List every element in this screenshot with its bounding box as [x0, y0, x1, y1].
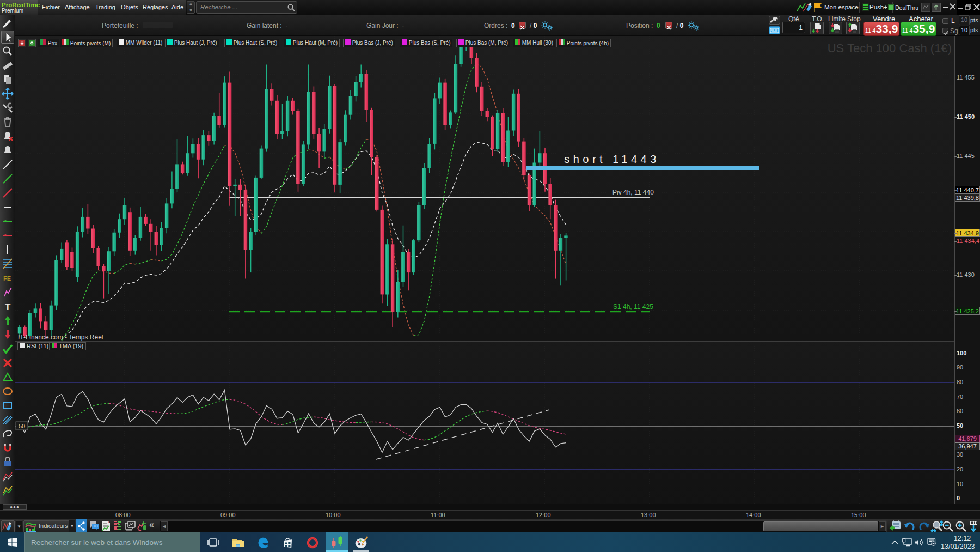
- svg-text:S1 4h, 11 425: S1 4h, 11 425: [613, 303, 653, 311]
- svg-text:Piv 4h, 11 440: Piv 4h, 11 440: [612, 189, 654, 196]
- svg-text:T: T: [5, 302, 11, 312]
- svg-text:US Tech 100 Cash (1€): US Tech 100 Cash (1€): [828, 41, 952, 55]
- svg-text:FΕ: FΕ: [3, 275, 11, 282]
- svg-text:50: 50: [19, 423, 25, 429]
- svg-text:short 11443: short 11443: [564, 153, 660, 165]
